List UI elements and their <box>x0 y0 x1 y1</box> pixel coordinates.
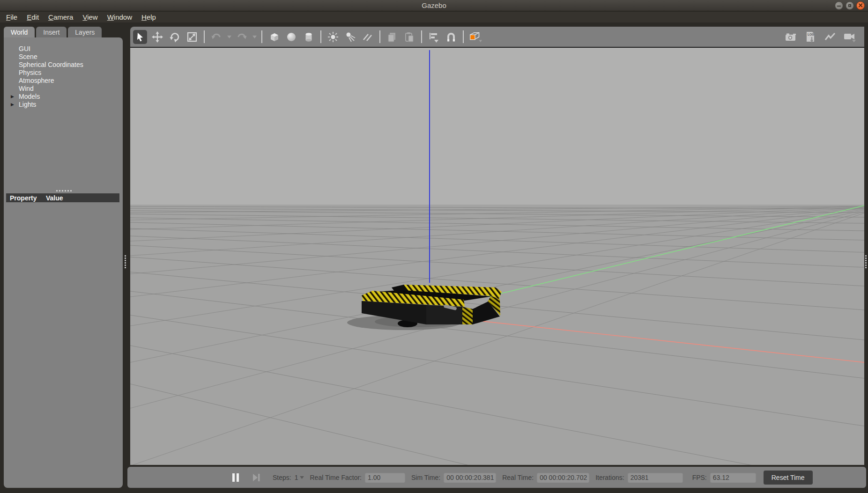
fps-value[interactable]: 63.12 <box>710 472 756 483</box>
right-splitter-handle[interactable] <box>865 255 867 268</box>
insert-directional-light-button[interactable] <box>361 30 375 44</box>
real-time-value[interactable]: 00 00:00:20.702 <box>537 472 589 483</box>
toolbar-separator <box>204 30 205 43</box>
property-column-header: Property <box>6 194 46 202</box>
step-button[interactable] <box>250 471 262 484</box>
plot-icon <box>823 31 837 43</box>
close-button[interactable]: ✕ <box>856 1 865 10</box>
pause-icon <box>232 473 239 482</box>
rotate-tool-button[interactable] <box>168 30 182 44</box>
value-column-header: Value <box>46 194 63 202</box>
insert-point-light-button[interactable] <box>326 30 340 44</box>
window-title: Gazebo <box>0 0 868 11</box>
maximize-button[interactable] <box>846 1 854 10</box>
property-table-header: Property Value <box>6 193 119 202</box>
titlebar: Gazebo ✕ <box>0 0 868 11</box>
select-tool-button[interactable] <box>133 30 147 44</box>
plot-button[interactable] <box>823 30 837 44</box>
paste-button[interactable] <box>402 30 416 44</box>
align-button[interactable] <box>427 30 441 44</box>
left-splitter-handle[interactable] <box>125 255 126 268</box>
undo-button[interactable] <box>209 30 223 44</box>
insert-box-button[interactable] <box>267 30 281 44</box>
tree-item-scene[interactable]: Scene <box>4 53 123 61</box>
expand-arrow-icon[interactable]: ▶ <box>11 93 14 101</box>
chevron-down-icon <box>227 36 231 38</box>
undo-history-button[interactable] <box>227 30 231 44</box>
tree-item-spherical-coordinates[interactable]: Spherical Coordinates <box>4 61 123 69</box>
panel-tabs: World Insert Layers <box>4 27 123 37</box>
sim-time-value[interactable]: 00 00:00:20.381 <box>444 472 496 483</box>
chevron-down-icon <box>300 476 304 479</box>
toolbar-right-group: LOG <box>784 30 864 44</box>
translate-icon <box>151 31 163 43</box>
robot-model[interactable] <box>347 285 502 330</box>
menu-help[interactable]: Help <box>141 13 156 21</box>
scale-tool-button[interactable] <box>185 30 199 44</box>
paste-icon <box>403 31 415 43</box>
rotate-icon <box>169 31 181 43</box>
tab-layers[interactable]: Layers <box>68 27 102 37</box>
menubar: File Edit Camera View Window Help <box>0 12 868 22</box>
insert-cylinder-button[interactable] <box>302 30 316 44</box>
view-angle-button[interactable] <box>468 30 482 44</box>
pause-button[interactable] <box>230 471 242 484</box>
tab-insert[interactable]: Insert <box>36 27 67 37</box>
world-tree: GUI Scene Spherical Coordinates Physics … <box>4 37 123 109</box>
menu-view[interactable]: View <box>82 13 97 21</box>
record-video-button[interactable] <box>843 30 857 44</box>
insert-sphere-button[interactable] <box>284 30 298 44</box>
toolbar-separator <box>379 30 380 43</box>
viewport-panel: LOG <box>130 27 864 465</box>
reset-time-button[interactable]: Reset Time <box>764 471 813 485</box>
toolbar-separator <box>261 30 262 43</box>
menu-window[interactable]: Window <box>107 13 132 21</box>
panel-splitter-handle[interactable] <box>56 190 72 191</box>
view-angle-cube-icon <box>468 30 482 44</box>
magnet-icon <box>445 31 457 43</box>
copy-button[interactable] <box>385 30 399 44</box>
close-icon: ✕ <box>857 2 864 9</box>
redo-history-button[interactable] <box>252 30 257 44</box>
select-arrow-icon <box>134 31 146 43</box>
step-icon <box>252 473 260 482</box>
tree-item-label: Models <box>19 93 40 100</box>
left-panel: World Insert Layers GUI Scene Spherical … <box>4 27 123 488</box>
render-canvas[interactable] <box>130 47 864 465</box>
redo-button[interactable] <box>235 30 249 44</box>
gazebo-window: Gazebo ✕ File Edit Camera View Window He… <box>0 0 868 493</box>
menu-camera[interactable]: Camera <box>48 13 73 21</box>
iterations-value[interactable]: 20381 <box>628 472 683 483</box>
toolbar: LOG <box>130 27 864 47</box>
snap-button[interactable] <box>444 30 458 44</box>
statusbar: Steps: 1 Real Time Factor: 1.00 Sim Time… <box>127 467 866 488</box>
screenshot-button[interactable] <box>784 30 798 44</box>
translate-tool-button[interactable] <box>150 30 164 44</box>
minimize-icon <box>837 6 841 7</box>
video-camera-icon <box>843 31 857 43</box>
insert-spot-light-button[interactable] <box>343 30 357 44</box>
sim-time-label: Sim Time: <box>411 474 440 481</box>
box-icon <box>268 31 280 43</box>
tree-item-atmosphere[interactable]: Atmosphere <box>4 77 123 85</box>
tree-item-physics[interactable]: Physics <box>4 69 123 77</box>
steps-spinner[interactable]: 1 <box>295 474 304 481</box>
tree-item-wind[interactable]: Wind <box>4 85 123 93</box>
expand-arrow-icon[interactable]: ▶ <box>11 101 14 109</box>
rtf-value[interactable]: 1.00 <box>365 472 405 483</box>
menu-file[interactable]: File <box>6 13 17 21</box>
tree-item-gui[interactable]: GUI <box>4 45 123 53</box>
copy-icon <box>386 31 398 43</box>
tree-item-models[interactable]: ▶Models <box>4 93 123 101</box>
minimize-button[interactable] <box>835 1 843 10</box>
tree-item-label: Lights <box>19 101 36 108</box>
data-logger-button[interactable]: LOG <box>803 30 817 44</box>
x-axis-line <box>473 320 864 362</box>
maximize-icon <box>848 4 851 7</box>
menu-edit[interactable]: Edit <box>27 13 39 21</box>
tab-world[interactable]: World <box>4 27 35 37</box>
undo-icon <box>210 31 223 43</box>
log-file-icon: LOG <box>804 30 817 44</box>
tree-item-lights[interactable]: ▶Lights <box>4 101 123 109</box>
grid-lines-y <box>130 206 864 465</box>
